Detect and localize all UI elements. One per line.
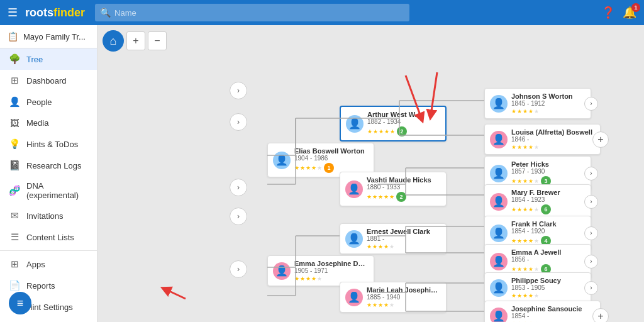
person-name-arthur: Arthur West W... <box>367 111 440 118</box>
tree-icon: 🌳 <box>9 53 20 65</box>
person-card-vashti[interactable]: 👤 Vashti Maude Hicks 1880 - 1933 ★ ★ ★ ★… <box>340 172 447 206</box>
sidebar-divider <box>0 250 97 251</box>
person-name-emma-a: Emma A Jewell <box>511 248 586 256</box>
hints-icon: 💡 <box>9 138 20 150</box>
sidebar-item-tree-settings[interactable]: 🌲 Tree Settings <box>0 318 97 322</box>
sidebar-item-people[interactable]: 👤 People <box>0 91 97 113</box>
star4: ★ <box>384 128 389 135</box>
toolbar-home-button[interactable]: ⌂ <box>103 30 124 52</box>
star2: ★ <box>372 302 377 308</box>
person-name-josephine: Josephine Sansoucie <box>511 305 595 313</box>
research-icon: 📓 <box>9 160 20 171</box>
star3: ★ <box>378 243 383 250</box>
expand-philippe[interactable]: › <box>584 281 598 295</box>
person-name-frank: Frank H Clark <box>511 220 586 228</box>
person-card-arthur[interactable]: 👤 Arthur West W... 1882 - 1934 ★ ★ ★ ★ ★… <box>340 106 447 142</box>
add-josephine[interactable]: + <box>592 308 609 323</box>
home-icon: ⌂ <box>110 35 117 48</box>
sidebar-item-media[interactable]: 🖼 Media <box>0 113 97 133</box>
content-lists-icon: ☰ <box>9 231 20 243</box>
sidebar-item-apps[interactable]: ⊞ Apps <box>0 253 97 275</box>
reports-icon: 📄 <box>9 280 20 291</box>
person-avatar-josephine: 👤 <box>490 308 508 323</box>
person-info-marie: Marie Leah Josephine So... 1885 - 1940 ★… <box>367 286 441 308</box>
star1: ★ <box>367 128 372 135</box>
person-card-marie[interactable]: 👤 Marie Leah Josephine So... 1885 - 1940… <box>340 282 447 313</box>
star4: ★ <box>384 243 389 250</box>
person-dates-marie: 1885 - 1940 <box>367 294 441 301</box>
star2: ★ <box>517 144 522 150</box>
person-name-ernest: Ernest Jewell Clark <box>367 228 441 235</box>
person-name-elias: Elias Boswell Worton <box>294 147 369 155</box>
person-avatar-mary: 👤 <box>490 193 508 211</box>
person-card-philippe[interactable]: 👤 Philippe Soucy 1853 - 1905 ★ ★ ★ ★ ★ › <box>484 272 591 303</box>
sidebar-item-content-lists[interactable]: ☰ Content Lists <box>0 226 97 248</box>
apps-icon: ⊞ <box>9 258 20 270</box>
tree-toolbar: ⌂ + − <box>103 30 167 52</box>
svg-line-33 <box>165 289 186 299</box>
add-louisa[interactable]: + <box>592 131 609 148</box>
expander-3[interactable]: › <box>230 179 247 196</box>
star2: ★ <box>517 292 522 299</box>
help-button[interactable]: ❓ <box>601 6 615 19</box>
person-info-peter: Peter Hicks 1857 - 1930 ★ ★ ★ ★ ★ 3 <box>511 160 586 186</box>
expand-emma-a[interactable]: › <box>584 255 598 269</box>
toolbar-zoom-in-button[interactable]: + <box>126 31 145 50</box>
sidebar-item-hints[interactable]: 💡 Hints & ToDos <box>0 133 97 155</box>
sidebar-item-invitations-label: Invitations <box>26 211 64 221</box>
expand-peter[interactable]: › <box>584 167 598 180</box>
notifications-button[interactable]: 🔔 1 <box>623 6 636 19</box>
star4: ★ <box>528 266 533 272</box>
sidebar-item-invitations[interactable]: ✉ Invitations <box>0 205 97 226</box>
person-dates-mary: 1854 - 1923 <box>511 196 586 203</box>
toolbar-zoom-out-button[interactable]: − <box>148 31 167 50</box>
sidebar-item-research[interactable]: 📓 Research Logs <box>0 155 97 176</box>
person-card-josephine[interactable]: 👤 Josephine Sansoucie 1854 - ★ ★ ★ ★ ★ + <box>484 301 601 322</box>
star3: ★ <box>378 302 383 308</box>
sidebar-toggle-button[interactable]: ≡ <box>9 292 31 314</box>
tree-container: ⌂ + − <box>97 25 644 322</box>
person-dates-frank: 1854 - 1920 <box>511 228 586 235</box>
person-card-ernest[interactable]: 👤 Ernest Jewell Clark 1881 - ★ ★ ★ ★ ★ <box>340 223 447 254</box>
expander-2[interactable]: › <box>230 113 247 131</box>
person-name-mary: Mary F. Brewer <box>511 189 586 196</box>
star4: ★ <box>528 178 533 184</box>
people-icon: 👤 <box>9 96 20 108</box>
star1: ★ <box>511 206 516 213</box>
expand-frank[interactable]: › <box>584 226 598 240</box>
search-input[interactable] <box>114 8 404 18</box>
person-info-louisa: Louisa (Alfretta) Boswell 1846 - ★ ★ ★ ★… <box>511 128 595 150</box>
sidebar-item-tree[interactable]: 🌳 Tree <box>0 48 97 70</box>
expand-johnson[interactable]: › <box>584 97 598 111</box>
star1: ★ <box>294 165 299 171</box>
expander-4[interactable]: › <box>230 208 247 225</box>
person-card-louisa[interactable]: 👤 Louisa (Alfretta) Boswell 1846 - ★ ★ ★… <box>484 124 601 155</box>
person-info-elias: Elias Boswell Worton 1904 - 1986 ★ ★ ★ ★… <box>294 147 369 173</box>
person-card-johnson[interactable]: 👤 Johnson S Worton 1845 - 1912 ★ ★ ★ ★ ★… <box>484 88 591 119</box>
tree-selector[interactable]: 📋 Mayo Family Tr... <box>0 25 97 48</box>
sidebar-item-apps-label: Apps <box>26 260 45 269</box>
person-avatar-johnson: 👤 <box>490 95 508 113</box>
sidebar-item-hints-label: Hints & ToDos <box>26 140 78 149</box>
person-info-frank: Frank H Clark 1854 - 1920 ★ ★ ★ ★ ★ 4 <box>511 220 586 246</box>
star5: ★ <box>534 178 539 184</box>
person-avatar-louisa: 👤 <box>490 131 508 148</box>
star3: ★ <box>378 194 383 200</box>
person-stars-marie: ★ ★ ★ ★ ★ <box>367 302 441 308</box>
search-icon: 🔍 <box>100 8 111 18</box>
star5: ★ <box>534 144 539 150</box>
star1: ★ <box>511 108 516 114</box>
expander-5[interactable]: › <box>230 260 247 278</box>
person-dates-josephine: 1854 - <box>511 313 595 319</box>
star4: ★ <box>384 302 389 308</box>
person-dates-arthur: 1882 - 1934 <box>367 118 440 125</box>
search-bar[interactable]: 🔍 <box>95 4 409 21</box>
sidebar-item-dashboard[interactable]: ⊞ Dashboard <box>0 70 97 91</box>
menu-icon[interactable]: ☰ <box>0 6 25 19</box>
sidebar-item-research-label: Research Logs <box>26 161 81 170</box>
person-card-mary[interactable]: 👤 Mary F. Brewer 1854 - 1923 ★ ★ ★ ★ ★ 6… <box>484 184 591 219</box>
sidebar-item-dna[interactable]: 🧬 DNA (experimental) <box>0 176 97 205</box>
person-info-josephine: Josephine Sansoucie 1854 - ★ ★ ★ ★ ★ <box>511 305 595 322</box>
expander-1[interactable]: › <box>230 82 247 99</box>
expand-mary[interactable]: › <box>584 195 598 209</box>
